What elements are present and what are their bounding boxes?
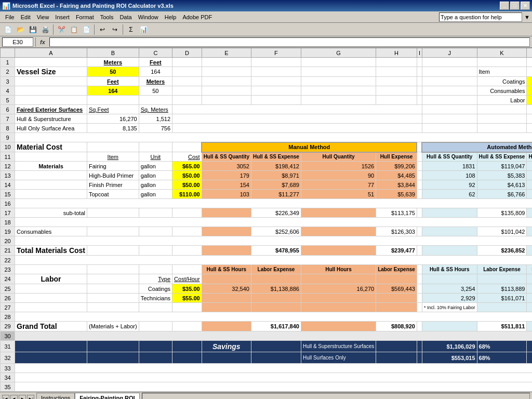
cell-D17[interactable] — [172, 208, 202, 218]
cell-L25[interactable]: 1,627 — [527, 284, 532, 294]
cell-G32[interactable]: Hull Surfaces Only — [301, 352, 376, 364]
cell-H1[interactable] — [376, 58, 417, 67]
cell-L21[interactable] — [527, 246, 532, 256]
cell-K25[interactable]: $113,889 — [477, 284, 527, 294]
cell-F12[interactable]: $198,412 — [251, 162, 301, 171]
cell-E4[interactable] — [202, 86, 251, 96]
cell-K2[interactable]: Item — [477, 67, 527, 77]
cell-I24[interactable] — [417, 274, 422, 284]
col-header-K[interactable]: K — [477, 48, 527, 58]
cell-A22[interactable] — [15, 256, 533, 265]
cell-K17[interactable]: $135,809 — [477, 208, 527, 218]
cell-B11[interactable]: Item — [87, 152, 139, 162]
cell-C12[interactable]: gallon — [139, 162, 172, 171]
cell-B4[interactable]: 164 — [87, 86, 139, 96]
menu-adobe[interactable]: Adobe PDF — [179, 13, 215, 21]
cell-L3[interactable]: 0.6 — [527, 77, 532, 86]
menu-edit[interactable]: Edit — [18, 13, 34, 21]
cell-G31[interactable]: Hull & Superstructure Surfaces — [301, 341, 376, 352]
cell-E19[interactable] — [202, 227, 251, 236]
cell-J4[interactable] — [422, 86, 477, 96]
cell-A33[interactable] — [15, 364, 533, 373]
grid-area[interactable]: A B C D E F G H I J K L M 1 Meters Feet — [0, 48, 532, 392]
menu-help[interactable]: Help — [162, 13, 180, 21]
cell-L19[interactable] — [527, 227, 532, 236]
cell-D3[interactable] — [172, 77, 202, 86]
cell-J21[interactable] — [422, 246, 477, 256]
tab-last-button[interactable]: ►| — [27, 395, 34, 399]
menu-insert[interactable]: Insert — [52, 13, 73, 21]
cell-E17[interactable] — [202, 208, 251, 218]
cell-F3[interactable] — [251, 77, 301, 86]
col-header-J[interactable]: J — [422, 48, 477, 58]
cell-H24[interactable] — [376, 274, 417, 284]
cell-C23[interactable] — [139, 265, 172, 274]
cell-E3[interactable] — [202, 77, 251, 86]
chart-button[interactable]: 📊 — [138, 24, 149, 35]
cell-A12[interactable]: Materials — [15, 162, 87, 171]
cell-B23[interactable] — [87, 265, 139, 274]
cell-K15[interactable]: $6,766 — [477, 190, 527, 199]
cell-E31[interactable]: Savings — [202, 341, 251, 352]
formula-input[interactable] — [49, 37, 530, 47]
cell-A24[interactable]: Labor — [15, 274, 87, 284]
cell-I2[interactable] — [417, 67, 422, 77]
cell-B13[interactable]: High-Build Primer — [87, 171, 139, 180]
cell-D10[interactable] — [172, 142, 202, 152]
menu-window[interactable]: Window — [135, 13, 162, 21]
cell-F14[interactable]: $7,689 — [251, 180, 301, 190]
cell-B7[interactable]: 16,270 — [87, 114, 139, 124]
cell-F23[interactable]: Labor Expense — [251, 265, 301, 274]
cell-H32[interactable] — [376, 352, 417, 364]
cell-J7[interactable] — [422, 114, 477, 124]
save-button[interactable]: 💾 — [27, 24, 38, 35]
cell-C31[interactable] — [139, 341, 172, 352]
cell-D26[interactable]: $55.00 — [172, 294, 202, 303]
cell-F4[interactable] — [251, 86, 301, 96]
cell-K19[interactable]: $101,042 — [477, 227, 527, 236]
cell-E2[interactable] — [202, 67, 251, 77]
cell-J10-M10[interactable]: Automated Method — [422, 142, 532, 152]
cell-reference-input[interactable] — [2, 37, 33, 47]
cell-I3[interactable] — [417, 77, 422, 86]
cell-D1[interactable] — [172, 58, 202, 67]
cell-E27[interactable] — [202, 303, 251, 312]
cell-L4[interactable]: 0.4 — [527, 86, 532, 96]
cell-G21[interactable] — [301, 246, 376, 256]
cell-C8[interactable]: 756 — [139, 124, 172, 133]
cell-B12[interactable]: Fairing — [87, 162, 139, 171]
cell-L26[interactable]: 1,464 — [527, 294, 532, 303]
col-header-I[interactable]: I — [417, 48, 422, 58]
cell-G4[interactable] — [301, 86, 376, 96]
cell-D32[interactable] — [172, 352, 202, 364]
cell-H29[interactable]: $808,920 — [376, 322, 417, 331]
cell-I32[interactable] — [417, 352, 422, 364]
cell-L29[interactable] — [527, 322, 532, 331]
cell-A32[interactable] — [15, 352, 87, 364]
search-input[interactable] — [439, 12, 522, 22]
horizontal-scrollbar[interactable] — [142, 393, 530, 399]
cell-L1[interactable]: Savings — [527, 58, 532, 67]
cell-C29[interactable] — [139, 322, 172, 331]
cell-L27[interactable] — [527, 303, 532, 312]
cell-J32[interactable]: $553,015 — [422, 352, 477, 364]
cell-D11[interactable]: Cost — [172, 152, 202, 162]
cell-A20[interactable] — [15, 236, 533, 246]
cell-C11[interactable]: Unit — [139, 152, 172, 162]
cell-L14[interactable]: 46 — [527, 180, 532, 190]
cell-I10[interactable] — [417, 142, 422, 152]
cell-A1[interactable] — [15, 58, 87, 67]
cell-A9[interactable] — [15, 133, 533, 142]
cell-G14[interactable]: 77 — [301, 180, 376, 190]
cell-K7[interactable] — [477, 114, 527, 124]
cell-J12[interactable]: 1831 — [422, 162, 477, 171]
col-header-H[interactable]: H — [376, 48, 417, 58]
col-header-F[interactable]: F — [251, 48, 301, 58]
cell-F17[interactable]: $226,349 — [251, 208, 301, 218]
cell-K12[interactable]: $119,047 — [477, 162, 527, 171]
autosum-button[interactable]: Σ — [125, 24, 137, 35]
cell-J25[interactable]: 3,254 — [422, 284, 477, 294]
cell-C24[interactable]: Type — [139, 274, 172, 284]
cell-J13[interactable]: 108 — [422, 171, 477, 180]
cell-J2[interactable] — [422, 67, 477, 77]
